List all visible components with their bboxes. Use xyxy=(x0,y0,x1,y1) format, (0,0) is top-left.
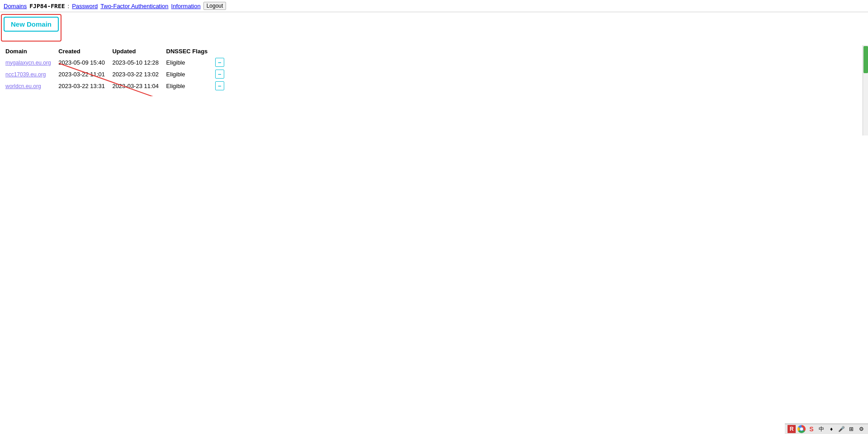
col-domain: Domain xyxy=(4,46,57,56)
domain-link[interactable]: ncc17039.eu.org xyxy=(5,71,46,78)
col-created: Created xyxy=(57,46,110,56)
updated-cell: 2023-05-10 12:28 xyxy=(110,56,164,68)
created-cell: 2023-03-22 13:31 xyxy=(57,80,110,92)
created-cell: 2023-03-22 11:01 xyxy=(57,68,110,80)
table-header: Domain Created Updated DNSSEC Flags xyxy=(4,46,230,56)
top-navigation: Domains FJP84-FREE : Password Two-Factor… xyxy=(0,0,868,12)
domain-link[interactable]: mygalaxycn.eu.org xyxy=(5,60,51,66)
table-row: mygalaxycn.eu.org2023-05-09 15:402023-05… xyxy=(4,56,230,68)
dnssec-cell: Eligible xyxy=(165,80,213,92)
username-display: FJP84-FREE xyxy=(29,3,65,9)
table-row: ncc17039.eu.org2023-03-22 11:012023-03-2… xyxy=(4,68,230,80)
dnssec-cell: Eligible xyxy=(165,68,213,80)
scrollbar[interactable] xyxy=(863,45,868,96)
table-body: mygalaxycn.eu.org2023-05-09 15:402023-05… xyxy=(4,56,230,92)
new-domain-button[interactable]: New Domain xyxy=(4,17,59,32)
domain-link[interactable]: worldcn.eu.org xyxy=(5,83,41,89)
information-link[interactable]: Information xyxy=(171,3,201,9)
password-link[interactable]: Password xyxy=(72,3,98,9)
separator: : xyxy=(68,3,70,9)
row-action-button[interactable]: − xyxy=(215,81,224,90)
main-content: New Domain Domain Created Updated DNSSEC… xyxy=(0,12,868,96)
created-cell: 2023-05-09 15:40 xyxy=(57,56,110,68)
two-factor-link[interactable]: Two-Factor Authentication xyxy=(100,3,168,9)
col-dnssec: DNSSEC Flags xyxy=(165,46,213,56)
dnssec-cell: Eligible xyxy=(165,56,213,68)
new-domain-wrapper: New Domain xyxy=(4,17,59,39)
row-action-button[interactable]: − xyxy=(215,70,224,79)
domain-table: Domain Created Updated DNSSEC Flags myga… xyxy=(4,46,230,92)
scroll-thumb xyxy=(863,46,868,73)
domains-link[interactable]: Domains xyxy=(4,3,27,9)
col-action-header xyxy=(213,46,230,56)
logout-button[interactable]: Logout xyxy=(203,2,226,10)
col-updated: Updated xyxy=(110,46,164,56)
updated-cell: 2023-03-23 11:04 xyxy=(110,80,164,92)
table-row: worldcn.eu.org2023-03-22 13:312023-03-23… xyxy=(4,80,230,92)
row-action-button[interactable]: − xyxy=(215,58,224,67)
updated-cell: 2023-03-22 13:02 xyxy=(110,68,164,80)
